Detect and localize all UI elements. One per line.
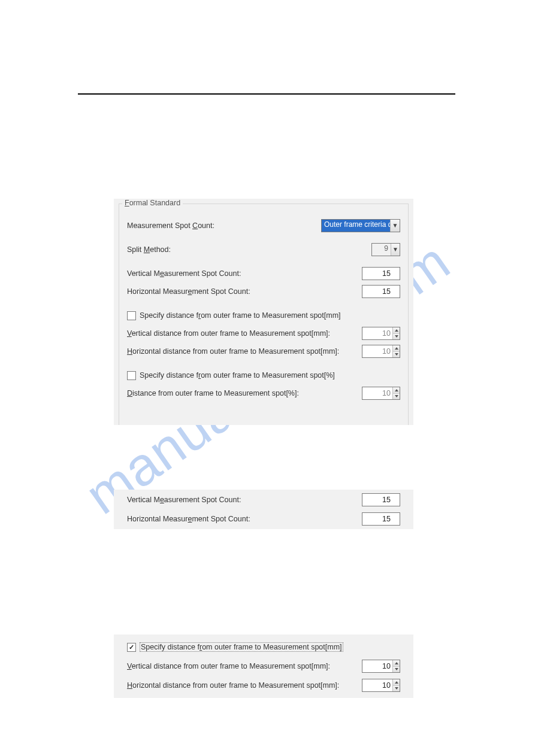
- specify-distance-pct-checkbox[interactable]: Specify distance from outer frame to Mea…: [127, 371, 335, 380]
- split-method-combo[interactable]: 9 ▼: [371, 243, 400, 256]
- specify-distance-pct-label: Specify distance from outer frame to Mea…: [140, 371, 335, 379]
- horizontal-distance-mm-value[interactable]: [362, 345, 392, 357]
- dropdown-icon: ▼: [390, 220, 400, 232]
- vertical-count-input[interactable]: [362, 493, 400, 506]
- horizontal-rule: [78, 93, 455, 95]
- vertical-distance-mm-label: Vertical distance from outer frame to Me…: [127, 329, 330, 338]
- horizontal-count-value[interactable]: [362, 286, 392, 297]
- horizontal-distance-mm-input[interactable]: [362, 345, 400, 358]
- dropdown-icon: ▼: [391, 244, 400, 256]
- horizontal-count-input[interactable]: [362, 512, 400, 526]
- specify-distance-mm-label: Specify distance from outer frame to Mea…: [140, 642, 343, 652]
- distance-pct-label: Distance from outer frame to Measurement…: [127, 389, 299, 397]
- checkbox-box: [127, 371, 136, 380]
- vertical-count-input[interactable]: [362, 267, 400, 280]
- vertical-distance-mm-value[interactable]: [362, 660, 392, 672]
- specify-distance-mm-checkbox[interactable]: Specify distance from outer frame to Mea…: [127, 311, 341, 320]
- horizontal-distance-mm-input[interactable]: [362, 679, 400, 692]
- formal-standard-group: Formal Standard Measurement Spot Count: …: [114, 199, 413, 425]
- spinner-icon[interactable]: [392, 679, 400, 691]
- horizontal-count-value[interactable]: [362, 513, 392, 525]
- measurement-spot-count-label: Measurement Spot Count:: [127, 221, 214, 230]
- specify-distance-mm-label: Specify distance from outer frame to Mea…: [140, 311, 341, 320]
- horizontal-distance-mm-label: Horizontal distance from outer frame to …: [127, 681, 339, 690]
- distance-mm-panel: Specify distance from outer frame to Mea…: [114, 634, 413, 698]
- distance-pct-value[interactable]: [362, 387, 392, 399]
- horizontal-count-label: Horizontal Measurement Spot Count:: [127, 515, 250, 523]
- vertical-count-label: Vertical Measurement Spot Count:: [127, 496, 241, 504]
- checkbox-box: [127, 643, 136, 652]
- count-panel: Vertical Measurement Spot Count: Horizon…: [114, 490, 413, 529]
- horizontal-count-input[interactable]: [362, 285, 400, 298]
- split-method-value: 9: [372, 244, 391, 256]
- vertical-distance-mm-label: Vertical distance from outer frame to Me…: [127, 662, 330, 670]
- horizontal-count-label: Horizontal Measurement Spot Count:: [127, 287, 250, 296]
- distance-pct-input[interactable]: [362, 387, 400, 400]
- vertical-count-label: Vertical Measurement Spot Count:: [127, 269, 241, 278]
- measurement-spot-count-combo[interactable]: Outer frame criteria d ▼: [321, 219, 400, 232]
- checkbox-box: [127, 311, 136, 320]
- horizontal-distance-mm-label: Horizontal distance from outer frame to …: [127, 347, 339, 356]
- vertical-distance-mm-value[interactable]: [362, 327, 392, 339]
- spinner-icon[interactable]: [392, 327, 400, 339]
- horizontal-distance-mm-value[interactable]: [362, 679, 392, 691]
- group-box-legend: Formal Standard: [122, 199, 183, 207]
- specify-distance-mm-checkbox[interactable]: Specify distance from outer frame to Mea…: [127, 642, 343, 652]
- spinner-icon[interactable]: [392, 660, 400, 672]
- vertical-count-value[interactable]: [362, 494, 392, 506]
- vertical-count-value[interactable]: [362, 268, 392, 280]
- vertical-distance-mm-input[interactable]: [362, 660, 400, 673]
- vertical-distance-mm-input[interactable]: [362, 327, 400, 340]
- spinner-icon[interactable]: [392, 345, 400, 357]
- split-method-label: Split Method:: [127, 245, 171, 254]
- measurement-spot-count-value: Outer frame criteria d: [322, 220, 390, 232]
- spinner-icon[interactable]: [392, 387, 400, 399]
